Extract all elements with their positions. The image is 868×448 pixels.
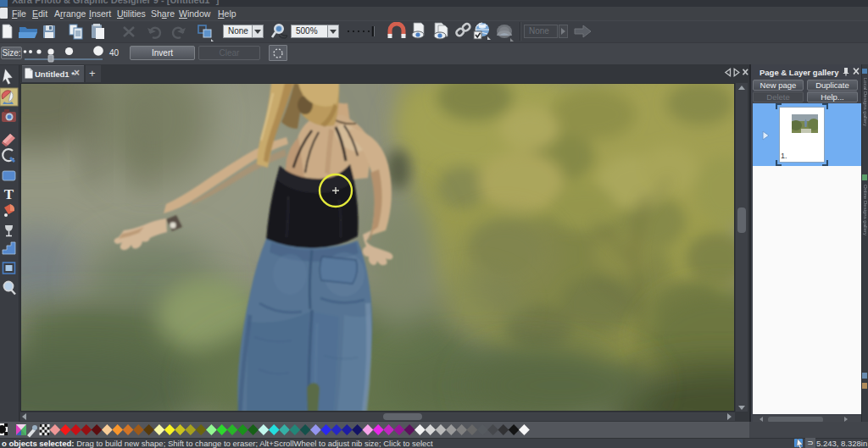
svg-text:T: T (4, 186, 14, 202)
